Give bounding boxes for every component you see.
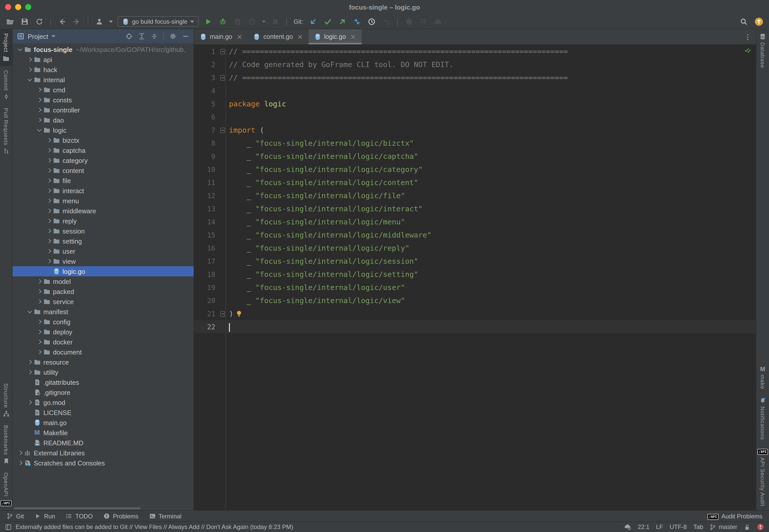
chevron-right-icon[interactable]	[26, 68, 33, 71]
chevron-right-icon[interactable]	[36, 340, 42, 343]
stripe-button-openapi[interactable]: OpenAPI/API	[0, 468, 12, 510]
chevron-right-icon[interactable]	[36, 88, 42, 91]
chevron-down-icon[interactable]	[17, 49, 23, 50]
chevron-right-icon[interactable]	[36, 300, 42, 303]
chevron-right-icon[interactable]	[36, 119, 42, 122]
tree-item-api[interactable]: api	[13, 54, 194, 65]
forward-arrow-icon[interactable]	[72, 16, 82, 27]
tab-options-icon[interactable]: ⋮	[744, 29, 756, 44]
chevron-right-icon[interactable]	[45, 250, 52, 253]
code-line-9[interactable]: 9 _ "focus-single/internal/logic/captcha…	[194, 150, 756, 163]
code-line-15[interactable]: 15 _ "focus-single/internal/logic/middle…	[194, 228, 756, 242]
settings-gear-icon[interactable]	[169, 33, 176, 40]
expand-all-icon[interactable]	[138, 33, 145, 40]
tree-item-main.go[interactable]: main.go	[13, 418, 194, 428]
code-line-17[interactable]: 17 _ "focus-single/internal/logic/sessio…	[194, 255, 756, 268]
run-configuration-selector[interactable]: go build focus-single	[117, 16, 199, 27]
tree-item-license[interactable]: LICENSE	[13, 407, 194, 418]
toolwindow-button-terminal[interactable]: Terminal	[149, 513, 182, 520]
git-update-icon[interactable]	[308, 16, 318, 27]
project-panel-title[interactable]: Project	[28, 33, 48, 40]
tree-item-external-libraries[interactable]: External Libraries	[13, 448, 194, 458]
stripe-button-project[interactable]: Project	[0, 29, 12, 66]
project-view-caret-icon[interactable]	[52, 35, 56, 37]
back-arrow-icon[interactable]	[57, 16, 67, 27]
tab-close-icon[interactable]: ✕	[350, 34, 356, 40]
tree-item-reply[interactable]: reply	[13, 216, 194, 226]
tree-item-dao[interactable]: dao	[13, 115, 194, 125]
code-line-20[interactable]: 20 _ "focus-single/internal/logic/view"	[194, 294, 756, 307]
tree-item-interact[interactable]: interact	[13, 186, 194, 196]
chevron-right-icon[interactable]	[45, 240, 52, 243]
tool-windows-icon[interactable]	[5, 524, 12, 530]
chevron-right-icon[interactable]	[17, 451, 23, 454]
tab-close-icon[interactable]: ✕	[237, 34, 242, 40]
status-widget-lf[interactable]: LF	[656, 523, 663, 530]
stripe-button-api-security-audit[interactable]: /APIAPI Security Audit	[756, 444, 769, 510]
user-profile-icon[interactable]	[94, 16, 104, 27]
tree-item-hack[interactable]: hack	[13, 65, 194, 75]
status-widget-22-1[interactable]: 22:1	[638, 523, 649, 530]
tree-item-utility[interactable]: utility	[13, 367, 194, 377]
tree-item-menu[interactable]: menu	[13, 196, 194, 206]
code-line-4[interactable]: 4	[194, 84, 756, 97]
tree-item-user[interactable]: user	[13, 246, 194, 256]
stripe-button-commit[interactable]: Commit	[0, 66, 12, 104]
chevron-right-icon[interactable]	[36, 290, 42, 293]
tree-item-middleware[interactable]: middleware	[13, 206, 194, 216]
tree-item-session[interactable]: session	[13, 226, 194, 236]
save-all-icon[interactable]	[20, 16, 30, 27]
intention-bulb-icon[interactable]	[235, 310, 242, 317]
chevron-down-icon[interactable]	[109, 20, 113, 22]
status-widget-tab[interactable]: Tab	[693, 523, 703, 530]
search-icon[interactable]	[739, 16, 749, 27]
code-line-16[interactable]: 16 _ "focus-single/internal/logic/reply"	[194, 242, 756, 255]
tree-item-consts[interactable]: consts	[13, 95, 194, 105]
tree-item-controller[interactable]: controller	[13, 105, 194, 115]
branch-small-widget[interactable]: master	[710, 523, 737, 530]
fold-marker-end[interactable]	[218, 311, 225, 316]
chevron-right-icon[interactable]	[45, 169, 52, 172]
tree-item-config[interactable]: config	[13, 317, 194, 327]
stop-icon[interactable]	[271, 16, 281, 27]
locate-target-icon[interactable]	[126, 33, 133, 40]
update-available-icon[interactable]	[754, 16, 764, 27]
chevron-right-icon[interactable]	[45, 149, 52, 152]
chevron-right-icon[interactable]	[36, 108, 42, 111]
tree-item-focus-single[interactable]: focus-single~/Workspace/Go/GOPATH/src/gi…	[13, 44, 194, 54]
tree-item-category[interactable]: category	[13, 155, 194, 165]
fold-marker-end[interactable]	[218, 75, 225, 80]
chevron-right-icon[interactable]	[45, 189, 52, 192]
undo-icon[interactable]	[381, 16, 391, 27]
alert-red-widget[interactable]	[757, 523, 764, 530]
git-diff-icon[interactable]	[352, 16, 362, 27]
chevron-right-icon[interactable]	[26, 58, 33, 61]
code-line-18[interactable]: 18 _ "focus-single/internal/logic/settin…	[194, 268, 756, 281]
stripe-button-database[interactable]: Database	[756, 29, 769, 72]
tree-item-logic[interactable]: logic	[13, 125, 194, 135]
code-line-13[interactable]: 13 _ "focus-single/internal/logic/intera…	[194, 202, 756, 215]
code-line-19[interactable]: 19 _ "focus-single/internal/logic/user"	[194, 281, 756, 294]
stripe-button-pull-requests[interactable]: Pull Requests	[0, 104, 12, 158]
fold-marker-start[interactable]	[218, 49, 225, 54]
code-line-3[interactable]: 3// ====================================…	[194, 71, 756, 84]
tree-item-document[interactable]: document	[13, 347, 194, 357]
chevron-right-icon[interactable]	[45, 159, 52, 162]
chevron-right-icon[interactable]	[45, 199, 52, 202]
code-line-2[interactable]: 2// Code generated by GoFrame CLI tool. …	[194, 58, 756, 71]
toolwindow-button-problems[interactable]: Problems	[103, 513, 138, 520]
tree-item-bizctx[interactable]: bizctx	[13, 135, 194, 145]
tab-content.go[interactable]: content.go✕	[248, 29, 309, 44]
run-coverage-icon[interactable]	[233, 16, 243, 27]
tree-item-view[interactable]: view	[13, 256, 194, 266]
tree-item-deploy[interactable]: deploy	[13, 327, 194, 337]
tree-item-captcha[interactable]: captcha	[13, 145, 194, 155]
chevron-right-icon[interactable]	[45, 219, 52, 222]
stripe-button-bookmarks[interactable]: Bookmarks	[0, 421, 12, 468]
chevron-right-icon[interactable]	[26, 401, 33, 404]
chevron-right-icon[interactable]	[36, 320, 42, 323]
tree-item-go.mod[interactable]: go.mod	[13, 397, 194, 407]
chevron-right-icon[interactable]	[45, 209, 52, 212]
chevron-down-icon[interactable]	[262, 20, 266, 22]
chevron-right-icon[interactable]	[45, 229, 52, 232]
